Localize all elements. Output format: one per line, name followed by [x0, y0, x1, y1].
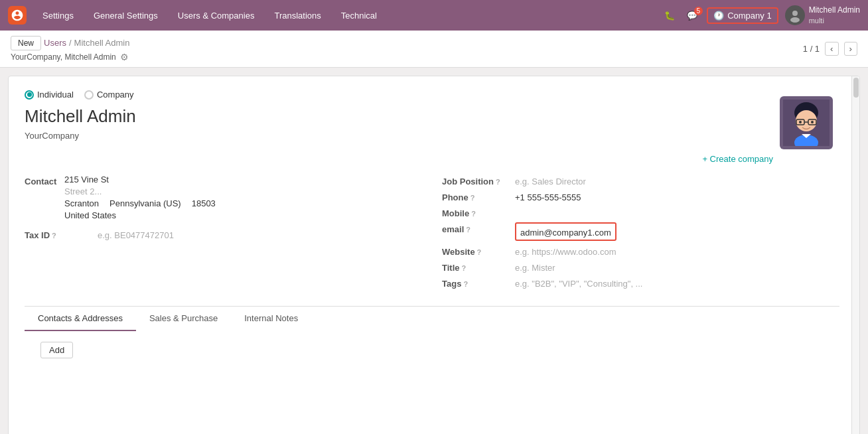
top-navigation: Settings General Settings Users & Compan…: [0, 0, 868, 31]
breadcrumb-separator: /: [69, 38, 72, 48]
form-area: Individual Company Mitchell Admin YourCo…: [9, 76, 859, 382]
tags-label: Tags ?: [442, 277, 515, 289]
state[interactable]: Pennsylvania (US): [109, 198, 181, 208]
breadcrumb-users-link[interactable]: Users: [44, 38, 66, 48]
user-avatar: [785, 5, 805, 25]
main-content-area: Individual Company Mitchell Admin YourCo…: [8, 76, 860, 434]
clock-icon: 🕐: [713, 11, 724, 21]
tags-help[interactable]: ?: [463, 280, 468, 288]
tab-contacts-addresses[interactable]: Contacts & Addresses: [25, 307, 136, 331]
email-label: email ?: [442, 222, 515, 234]
title-label: Title ?: [442, 261, 515, 273]
street2[interactable]: Street 2...: [64, 186, 216, 196]
svg-point-4: [796, 110, 817, 131]
tab-content-area: Add: [25, 331, 839, 369]
breadcrumb-right: 1 / 1 ‹ ›: [803, 42, 857, 56]
company-name: YourCompany: [25, 131, 839, 141]
form-col-right: Job Position ? e.g. Sales Director Phone…: [442, 175, 839, 293]
email-value[interactable]: admin@company1.com: [520, 226, 611, 238]
previous-record-button[interactable]: ‹: [825, 42, 838, 56]
individual-radio-circle: [25, 90, 34, 100]
tax-id-help[interactable]: ?: [52, 232, 56, 240]
city[interactable]: Scranton: [64, 198, 99, 208]
tags-row: Tags ? e.g. "B2B", "VIP", "Consulting", …: [442, 277, 839, 289]
mobile-label: Mobile ?: [442, 206, 515, 218]
add-button[interactable]: Add: [40, 342, 73, 358]
svg-point-9: [811, 121, 814, 123]
title-row: Title ? e.g. Mister: [442, 261, 839, 273]
pagination-text: 1 / 1: [803, 44, 820, 54]
nav-technical[interactable]: Technical: [337, 8, 381, 23]
settings-gear-icon[interactable]: ⚙: [120, 52, 129, 62]
breadcrumb-current: Mitchell Admin: [74, 38, 130, 48]
job-position-row: Job Position ? e.g. Sales Director: [442, 175, 839, 186]
nav-users-companies[interactable]: Users & Companies: [174, 8, 259, 23]
job-position-label: Job Position ?: [442, 175, 515, 186]
email-help[interactable]: ?: [466, 226, 470, 234]
title-value[interactable]: e.g. Mister: [515, 261, 555, 273]
bug-icon-button[interactable]: 🐛: [662, 8, 678, 23]
phone-label: Phone ?: [442, 190, 515, 202]
form-columns: Contact 215 Vine St Street 2... Scranton…: [25, 175, 839, 293]
address-block: 215 Vine St Street 2... Scranton Pennsyl…: [64, 175, 216, 220]
website-help[interactable]: ?: [477, 248, 482, 256]
title-help[interactable]: ?: [462, 264, 467, 272]
job-position-help[interactable]: ?: [496, 178, 500, 186]
next-record-button[interactable]: ›: [844, 42, 857, 56]
user-subtitle: multi: [809, 16, 860, 25]
phone-row: Phone ? +1 555-555-5555: [442, 190, 839, 202]
email-row: email ? admin@company1.com: [442, 222, 839, 241]
user-menu-button[interactable]: Mitchell Admin multi: [785, 5, 860, 25]
company-label: Company 1: [727, 11, 771, 21]
scrollbar-thumb[interactable]: [853, 78, 859, 98]
user-avatar-large[interactable]: [780, 96, 833, 149]
breadcrumb-top: New Users / Mitchell Admin: [11, 36, 129, 50]
new-button[interactable]: New: [11, 36, 41, 50]
tab-internal-notes[interactable]: Internal Notes: [231, 307, 311, 331]
street1[interactable]: 215 Vine St: [64, 175, 216, 184]
breadcrumb-sub: YourCompany, Mitchell Admin ⚙: [11, 52, 129, 62]
job-position-value[interactable]: e.g. Sales Director: [515, 175, 586, 186]
app-logo[interactable]: [8, 6, 27, 25]
nav-translations[interactable]: Translations: [270, 8, 325, 23]
breadcrumb-bar: New Users / Mitchell Admin YourCompany, …: [0, 31, 868, 68]
email-highlighted-box: admin@company1.com: [515, 222, 616, 241]
breadcrumb-left: New Users / Mitchell Admin YourCompany, …: [11, 36, 129, 62]
company-selector-button[interactable]: 🕐 Company 1: [707, 7, 778, 24]
nav-general-settings[interactable]: General Settings: [90, 8, 162, 23]
phone-value[interactable]: +1 555-555-5555: [515, 190, 581, 202]
phone-help[interactable]: ?: [470, 194, 475, 202]
form-col-left: Contact 215 Vine St Street 2... Scranton…: [25, 175, 422, 293]
tags-value[interactable]: e.g. "B2B", "VIP", "Consulting", ...: [515, 277, 642, 289]
contact-label: Contact: [25, 175, 64, 186]
tax-id-row: Tax ID ? e.g. BE0477472701: [25, 228, 422, 240]
nav-settings[interactable]: Settings: [38, 8, 78, 23]
tax-id-value[interactable]: e.g. BE0477472701: [98, 228, 174, 240]
company-radio[interactable]: Company: [84, 90, 134, 100]
breadcrumb-sub-text: YourCompany, Mitchell Admin: [11, 52, 116, 62]
individual-radio[interactable]: Individual: [25, 90, 74, 100]
scrollbar[interactable]: [851, 76, 859, 434]
mobile-help[interactable]: ?: [471, 210, 476, 218]
address-multi: Scranton Pennsylvania (US) 18503: [64, 198, 216, 208]
notification-badge: 5: [694, 7, 703, 15]
website-row: Website ? e.g. https://www.odoo.com: [442, 245, 839, 257]
mobile-row: Mobile ?: [442, 206, 839, 218]
user-name: Mitchell Admin: [809, 5, 860, 16]
contact-address-row: Contact 215 Vine St Street 2... Scranton…: [25, 175, 422, 220]
create-company-section: + Create company: [25, 154, 839, 164]
country[interactable]: United States: [64, 210, 216, 220]
chat-icon-button[interactable]: 💬 5: [684, 8, 700, 23]
type-toggle: Individual Company: [25, 90, 839, 100]
company-label: Company: [97, 90, 134, 100]
tab-sales-purchase[interactable]: Sales & Purchase: [136, 307, 231, 331]
bug-icon: 🐛: [664, 11, 675, 21]
zip[interactable]: 18503: [192, 198, 216, 208]
individual-label: Individual: [37, 90, 74, 100]
create-company-link[interactable]: + Create company: [702, 154, 773, 164]
tabs-bar: Contacts & Addresses Sales & Purchase In…: [25, 306, 839, 331]
nav-right-section: 🐛 💬 5 🕐 Company 1 Mitchell Admin multi: [662, 5, 860, 25]
website-value[interactable]: e.g. https://www.odoo.com: [515, 245, 616, 257]
record-name: Mitchell Admin: [25, 106, 839, 127]
website-label: Website ?: [442, 245, 515, 257]
